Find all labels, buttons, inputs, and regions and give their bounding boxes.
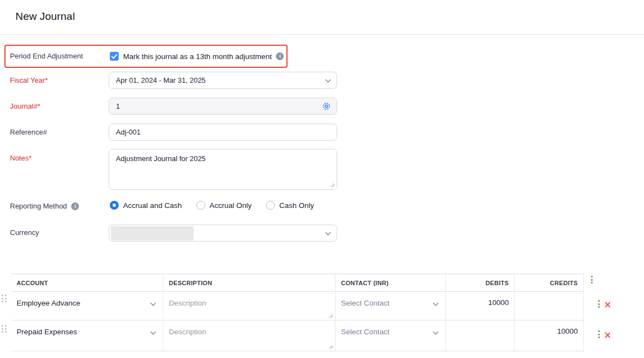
description-textarea[interactable]: Description bbox=[169, 292, 329, 320]
column-options-icon[interactable] bbox=[589, 276, 594, 284]
reporting-method-options: Accrual and Cash Accrual Only Cash Only bbox=[110, 201, 314, 210]
remove-row-icon[interactable]: × bbox=[604, 301, 611, 308]
chevron-down-icon bbox=[151, 329, 156, 335]
drag-handle-icon[interactable] bbox=[2, 295, 7, 302]
column-header-account: ACCOUNT bbox=[11, 274, 163, 291]
contact-select[interactable]: Select Contact bbox=[341, 292, 440, 320]
credits-cell: 10000 bbox=[515, 320, 584, 351]
table-header-row: ACCOUNT DESCRIPTION CONTACT (INR) DEBITS… bbox=[11, 274, 584, 292]
chevron-down-icon bbox=[151, 301, 156, 306]
description-placeholder: Description bbox=[169, 328, 329, 336]
account-cell: Prepaid Expenses bbox=[11, 320, 163, 351]
chevron-down-icon bbox=[326, 77, 331, 82]
column-header-debits: DEBITS bbox=[446, 274, 515, 291]
description-textarea[interactable]: Description bbox=[169, 320, 329, 351]
notes-textarea[interactable]: Adjustment Journal for 2025 bbox=[109, 149, 337, 190]
chevron-down-icon bbox=[433, 329, 439, 335]
fiscal-year-select[interactable]: Apr 01, 2024 - Mar 31, 2025 bbox=[109, 72, 337, 89]
account-cell: Employee Advance bbox=[11, 292, 163, 320]
radio-label: Cash Only bbox=[279, 201, 314, 210]
column-header-credits: CREDITS bbox=[515, 274, 584, 291]
account-select[interactable]: Prepaid Expenses bbox=[17, 320, 157, 351]
debit-input[interactable]: 10000 bbox=[451, 292, 509, 307]
table-row: Prepaid Expenses Description Select Cont… bbox=[11, 320, 584, 351]
currency-redacted-value bbox=[111, 226, 194, 241]
13th-month-checkbox[interactable] bbox=[110, 52, 119, 61]
row-options-icon[interactable] bbox=[596, 330, 602, 338]
account-value: Employee Advance bbox=[17, 299, 151, 307]
header-divider bbox=[0, 34, 644, 35]
info-icon[interactable] bbox=[71, 202, 79, 210]
drag-handle-icon[interactable] bbox=[2, 325, 7, 333]
period-end-label: Period End Adjustment bbox=[10, 52, 83, 60]
contact-placeholder: Select Contact bbox=[341, 299, 434, 307]
currency-select[interactable] bbox=[109, 225, 337, 242]
info-icon[interactable] bbox=[276, 52, 284, 60]
table-row: Employee Advance Description Select Cont… bbox=[11, 292, 584, 320]
radio-unselected-icon bbox=[266, 201, 275, 210]
13th-month-checkbox-label: Mark this journal as a 13th month adjust… bbox=[123, 52, 272, 61]
radio-label: Accrual and Cash bbox=[123, 201, 182, 210]
journal-number-label: Journal#* bbox=[10, 102, 40, 110]
account-value: Prepaid Expenses bbox=[17, 328, 151, 336]
reference-value: Adj-001 bbox=[116, 128, 330, 136]
credit-input[interactable]: 10000 bbox=[520, 320, 578, 335]
debit-input[interactable] bbox=[451, 320, 509, 327]
credits-cell bbox=[515, 292, 584, 320]
reference-label: Reference# bbox=[10, 128, 47, 136]
description-cell: Description bbox=[163, 292, 336, 320]
notes-label: Notes* bbox=[10, 154, 31, 162]
radio-unselected-icon bbox=[196, 201, 205, 210]
contact-placeholder: Select Contact bbox=[341, 328, 434, 336]
radio-label: Accrual Only bbox=[210, 201, 252, 210]
page-title: New Journal bbox=[15, 10, 75, 23]
gear-icon[interactable] bbox=[322, 101, 331, 111]
contact-cell: Select Contact bbox=[336, 320, 446, 351]
reference-input[interactable]: Adj-001 bbox=[109, 124, 337, 141]
notes-value: Adjustment Journal for 2025 bbox=[116, 154, 330, 163]
remove-row-icon[interactable]: × bbox=[604, 331, 611, 339]
fiscal-year-label: Fiscal Year* bbox=[10, 76, 48, 84]
radio-cash-only[interactable]: Cash Only bbox=[266, 201, 314, 210]
contact-select[interactable]: Select Contact bbox=[341, 320, 440, 351]
description-placeholder: Description bbox=[169, 299, 329, 307]
contact-cell: Select Contact bbox=[336, 292, 446, 320]
radio-accrual-only[interactable]: Accrual Only bbox=[196, 201, 252, 210]
currency-label: Currency bbox=[10, 228, 39, 237]
chevron-down-icon bbox=[326, 229, 331, 235]
radio-accrual-and-cash[interactable]: Accrual and Cash bbox=[110, 201, 182, 210]
new-journal-page: New Journal Period End Adjustment Mark t… bbox=[0, 0, 644, 358]
journal-lines-table: ACCOUNT DESCRIPTION CONTACT (INR) DEBITS… bbox=[11, 274, 584, 351]
column-header-description: DESCRIPTION bbox=[163, 274, 336, 291]
radio-selected-icon bbox=[110, 201, 119, 210]
row-options-icon[interactable] bbox=[596, 300, 602, 308]
debits-cell bbox=[446, 320, 515, 351]
account-select[interactable]: Employee Advance bbox=[17, 292, 157, 320]
journal-number-input[interactable]: 1 bbox=[109, 98, 337, 115]
credit-input[interactable] bbox=[520, 292, 578, 298]
debits-cell: 10000 bbox=[446, 292, 515, 320]
period-end-checkbox-row: Mark this journal as a 13th month adjust… bbox=[110, 50, 284, 62]
journal-number-value: 1 bbox=[116, 102, 322, 110]
column-header-contact: CONTACT (INR) bbox=[336, 274, 446, 291]
fiscal-year-value: Apr 01, 2024 - Mar 31, 2025 bbox=[116, 76, 326, 84]
reporting-method-label: Reporting Method bbox=[10, 202, 67, 210]
chevron-down-icon bbox=[433, 301, 439, 306]
reporting-method-row: Reporting Method bbox=[10, 202, 79, 210]
description-cell: Description bbox=[163, 320, 336, 351]
resize-handle-icon[interactable] bbox=[329, 182, 334, 187]
